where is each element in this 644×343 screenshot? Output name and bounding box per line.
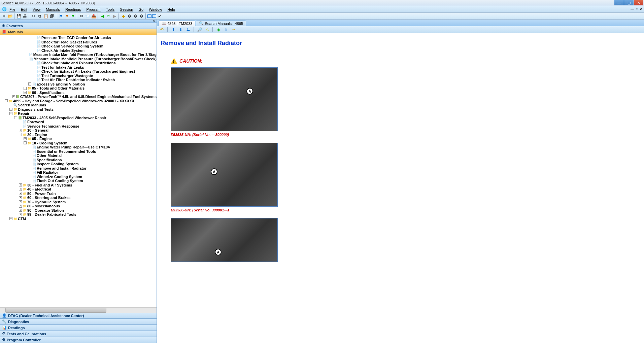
menu-manuals[interactable]: Manuals [43, 7, 63, 12]
gear-icon[interactable]: ⚙ [139, 13, 144, 19]
menu-help[interactable]: Help [165, 7, 178, 12]
tree-item[interactable]: +Excessive Engine Vibration [0, 82, 157, 87]
tree-item[interactable]: Search Manuals [0, 103, 157, 107]
tree-item[interactable]: Test for Intake Air Leaks [0, 65, 157, 70]
tree-item[interactable]: +30 - Fuel and Air Systems [0, 183, 157, 187]
window-icon[interactable] [147, 14, 151, 18]
tree-item[interactable]: +Diagnosis and Tests [0, 107, 157, 112]
expander-icon[interactable]: + [19, 213, 22, 216]
tree-item[interactable]: +05 - Engine [0, 137, 157, 141]
flag-icon[interactable]: ⚑ [70, 13, 75, 19]
menu-program[interactable]: Program [83, 7, 103, 12]
expander-icon[interactable]: + [24, 137, 27, 140]
tree-item[interactable]: Check for Exhaust Air Leaks (Turbocharge… [0, 69, 157, 74]
expander-icon[interactable]: - [5, 99, 8, 102]
tree-item[interactable]: +40 - Electrical [0, 187, 157, 192]
down-icon[interactable]: ⬇ [178, 27, 183, 32]
panel-close-icon[interactable]: ✕ [152, 19, 155, 23]
tree-item[interactable]: Test Turbocharger Wastegate [0, 74, 157, 78]
expander-icon[interactable]: + [12, 95, 15, 98]
tree-item[interactable]: Fill Radiator [0, 170, 157, 175]
flag-icon[interactable]: ⚑ [64, 13, 69, 19]
tree-item[interactable]: Measure Intake Manifold Pressure (Turboc… [0, 53, 157, 57]
tree-item[interactable]: Foreword [0, 120, 157, 124]
expander-icon[interactable]: + [19, 196, 22, 199]
mdi-close-button[interactable]: ✕ [640, 7, 643, 11]
print-icon[interactable]: 🖶 [22, 13, 28, 19]
tree-item[interactable]: Measure Intake Manifold Pressure (Turboc… [0, 57, 157, 61]
tree-item[interactable]: -4895 - Hay and Forage - Self-Propelled … [0, 99, 157, 103]
tree-item[interactable]: Winterize Cooling System [0, 175, 157, 179]
mail-open-icon[interactable]: 📨 [85, 13, 90, 19]
mail-icon[interactable]: ✉ [79, 13, 84, 19]
tree-item[interactable]: Pressure Test EGR Cooler for Air Leaks [0, 36, 157, 40]
close-button[interactable]: ✕ [634, 0, 643, 5]
tree-item[interactable]: +70 - Hydraulic System [0, 200, 157, 204]
expander-icon[interactable]: + [19, 205, 22, 208]
expander-icon[interactable]: + [19, 129, 22, 132]
accordion-manuals[interactable]: 📕 Manuals [0, 29, 157, 35]
warning-icon[interactable]: ⚠ [204, 27, 210, 32]
tree-item[interactable]: Check Air Intake System [0, 48, 157, 53]
tree-icon[interactable]: ⇆ [185, 27, 191, 32]
expander-icon[interactable]: + [19, 183, 22, 186]
tree-item[interactable]: Specifications [0, 158, 157, 162]
content-area[interactable]: Remove and Install Radiator CAUTION: E53… [157, 33, 644, 343]
tree-item[interactable]: Remove and Install Radiator [0, 166, 157, 171]
expander-icon[interactable]: + [24, 91, 27, 94]
menu-file[interactable]: File [7, 7, 18, 12]
tree-item[interactable]: +90 - Operator Station [0, 208, 157, 213]
mdi-restore-button[interactable]: ▫ [636, 7, 638, 11]
copy-icon[interactable]: ⧉ [37, 13, 42, 19]
tree-item[interactable]: +CTM207 - PowerTech™ 4.5L and 6.8LDiesel… [0, 95, 157, 99]
tree-item[interactable]: Check and Service Cooling System [0, 44, 157, 48]
accordion-dtac[interactable]: 👤 DTAC (Dealer Technical Assistance Cent… [0, 313, 157, 319]
menu-view[interactable]: View [30, 7, 43, 12]
gear-icon[interactable]: ⚙ [127, 13, 132, 19]
tree-item[interactable]: +60 - Steering and Brakes [0, 196, 157, 200]
expander-icon[interactable]: - [14, 116, 17, 119]
cube-icon[interactable]: ◈ [216, 27, 221, 32]
expander-icon[interactable]: + [19, 200, 22, 203]
accordion-program[interactable]: ⚙ Program Controller [0, 337, 157, 343]
expander-icon[interactable]: - [9, 112, 12, 115]
menu-edit[interactable]: Edit [18, 7, 30, 12]
minimize-button[interactable]: — [614, 0, 624, 5]
mail-send-icon[interactable]: 📤 [91, 13, 96, 19]
expander-icon[interactable]: + [9, 217, 12, 220]
forward-icon[interactable]: ▶ [112, 13, 117, 19]
tree-item[interactable]: -TM2033 - 4895 Self-Propelled Windrower … [0, 116, 157, 120]
horizontal-scrollbar[interactable] [0, 307, 157, 313]
tree-item[interactable]: Service Technician Response [0, 124, 157, 129]
tree-item[interactable]: +80 - Miscellaneous [0, 204, 157, 208]
clipboard-icon[interactable]: 🗐 [49, 13, 55, 19]
tree-item[interactable]: -Repair [0, 111, 157, 116]
tree-item[interactable]: Engine Water Pump Repair—Use CTM104 [0, 145, 157, 149]
cursor-icon[interactable]: ➹ [157, 13, 162, 19]
menu-go[interactable]: Go [136, 7, 146, 12]
tree-item[interactable]: Other Material [0, 153, 157, 158]
tree-item[interactable]: Check for Head Gasket Failures [0, 40, 157, 44]
tree-item[interactable]: Inspect Cooling System [0, 162, 157, 166]
menu-session[interactable]: Session [117, 7, 136, 12]
flag-icon[interactable]: ⚑ [58, 13, 63, 19]
mdi-minimize-button[interactable]: — [631, 7, 634, 11]
expander-icon[interactable]: + [19, 188, 22, 191]
tree-item[interactable]: +06 - Specifications [0, 91, 157, 95]
expander-icon[interactable]: - [24, 141, 27, 144]
accordion-favorites[interactable]: ✴ Favorites [0, 23, 157, 29]
new-icon[interactable]: ✳ [1, 13, 7, 19]
accordion-tests[interactable]: ⚗ Tests and Calibrations [0, 331, 157, 337]
expander-icon[interactable]: + [19, 209, 22, 212]
diamond-icon[interactable]: ◆ [121, 13, 126, 19]
gear-icon[interactable]: ⚙ [133, 13, 138, 19]
accordion-readings[interactable]: 📊 Readings [0, 325, 157, 331]
tree-item[interactable]: -20 - Engine [0, 133, 157, 137]
tree-view[interactable]: Pressure Test EGR Cooler for Air LeaksCh… [0, 35, 157, 307]
save-icon[interactable]: 💾 [16, 13, 22, 19]
tree-item[interactable]: Flush Out Cooling System [0, 179, 157, 183]
tree-item[interactable]: Check for Intake and Exhaust Restriction… [0, 61, 157, 65]
tree-item[interactable]: +CTM [0, 217, 157, 221]
expander-icon[interactable]: + [19, 192, 22, 195]
accordion-diagnostics[interactable]: 🔧 Diagnostics [0, 319, 157, 325]
